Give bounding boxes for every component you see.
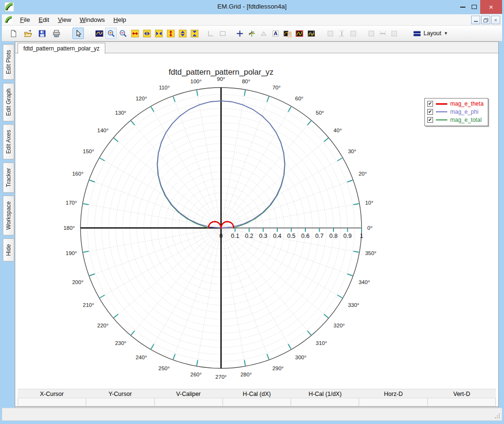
menu-item-edit[interactable]: Edit (34, 15, 53, 25)
legend-checkbox[interactable]: ✔ (427, 117, 433, 123)
pan-y-button[interactable] (177, 28, 188, 39)
svg-text:0.6: 0.6 (301, 233, 309, 239)
sidebar-tab-edit-graph[interactable]: Edit Graph (3, 83, 14, 121)
sidebar-tab-edit-axes[interactable]: Edit Axes (3, 124, 14, 159)
zoom-out-icon (119, 30, 127, 38)
legend-checkbox[interactable]: ✔ (427, 101, 433, 107)
subplot-left-button (324, 28, 336, 39)
cell-value (86, 398, 154, 406)
svg-text:190°: 190° (66, 250, 77, 256)
subplot-end-icon (390, 30, 398, 38)
text-label-button[interactable]: A (270, 28, 281, 39)
axes-corner-icon (207, 30, 215, 38)
caliper-icon (260, 30, 268, 38)
menu-items: FileEditViewWindowsHelp (16, 15, 131, 25)
svg-text:330°: 330° (348, 302, 359, 308)
zoom-out-button[interactable] (117, 28, 129, 39)
svg-text:40°: 40° (333, 128, 342, 133)
legend-label: mag_e_phi (450, 108, 478, 115)
svg-text:90°: 90° (217, 76, 225, 82)
plots-dark-button[interactable] (305, 28, 317, 39)
window-title: EM.Grid - [fdtdlesson4a] (0, 3, 504, 10)
svg-text:20°: 20° (359, 171, 367, 177)
subplot-mid-icon (349, 30, 357, 38)
maximize-button[interactable] (469, 0, 479, 14)
subplot-right-button (365, 28, 377, 39)
cell-value (18, 398, 86, 406)
plot-box-button (217, 28, 228, 39)
expand-x-button[interactable] (129, 28, 141, 39)
new-file-icon (10, 30, 18, 38)
legend-label: mag_e_theta (450, 100, 484, 107)
tracker-button[interactable] (246, 28, 257, 39)
svg-text:150°: 150° (83, 148, 94, 154)
shrink-x-icon (155, 30, 163, 38)
subplot-end-button (388, 28, 400, 39)
minimize-icon (460, 7, 465, 8)
svg-text:280°: 280° (241, 372, 252, 377)
shrink-x-button[interactable] (153, 28, 164, 39)
mdi-restore-icon (484, 18, 488, 22)
zoom-in-button[interactable] (105, 28, 117, 39)
mdi-minimize-icon (474, 21, 478, 22)
chart-title: fdtd_pattern_pattern_polar_yz (169, 68, 273, 77)
svg-text:160°: 160° (72, 171, 83, 177)
maximize-icon (472, 5, 477, 9)
svg-text:0.1: 0.1 (231, 233, 239, 239)
open-file-button[interactable] (22, 28, 33, 39)
plot-list-button[interactable] (282, 28, 293, 39)
titlebar: EM.Grid - [fdtdlesson4a] × (0, 0, 504, 14)
svg-text:300°: 300° (295, 355, 307, 360)
sidebar-tab-edit-plots[interactable]: Edit Plots (3, 44, 14, 80)
zoom-box-button[interactable] (93, 28, 105, 39)
subplot-right-icon (367, 30, 375, 38)
pan-x-icon (143, 30, 151, 38)
minimize-button[interactable] (457, 0, 468, 14)
legend-checkbox[interactable]: ✔ (427, 109, 433, 115)
sidebar-tab-tracker[interactable]: Tracker (3, 162, 14, 193)
mdi-restore-button[interactable] (481, 16, 490, 24)
pointer-button[interactable] (72, 28, 84, 39)
shrink-y-button[interactable] (189, 28, 200, 39)
legend-line-sample (436, 111, 447, 112)
zoom-in-icon (107, 30, 115, 38)
sidebar-tab-hide[interactable]: Hide (3, 238, 14, 262)
new-file-button[interactable] (8, 28, 19, 39)
cell-value (223, 398, 291, 406)
save-icon (38, 30, 46, 38)
close-button[interactable]: × (480, 0, 502, 14)
mdi-minimize-button[interactable] (471, 16, 480, 24)
print-icon (52, 30, 60, 38)
menu-item-help[interactable]: Help (109, 15, 131, 25)
svg-text:230°: 230° (115, 340, 126, 346)
svg-text:320°: 320° (333, 323, 345, 328)
cell-value (428, 398, 496, 406)
pan-y-icon (179, 30, 187, 38)
svg-text:0.5: 0.5 (287, 233, 295, 239)
document-tab[interactable]: fdtd_pattern_pattern_polar_yz (18, 43, 105, 54)
plot-dark-button[interactable] (293, 28, 305, 39)
svg-text:0°: 0° (367, 225, 373, 231)
layout-button[interactable]: Layout▼ (409, 28, 452, 39)
pan-x-button[interactable] (141, 28, 152, 39)
print-button[interactable] (50, 28, 62, 39)
sidebar-tab-workspace[interactable]: Workspace (3, 196, 14, 236)
menu-item-windows[interactable]: Windows (75, 15, 109, 25)
menu-item-view[interactable]: View (53, 15, 75, 25)
svg-text:350°: 350° (365, 250, 376, 256)
resize-grip-icon[interactable] (494, 413, 501, 419)
subplot-left-icon (326, 30, 334, 38)
crosshair-button[interactable] (234, 28, 245, 39)
column-header-h-cal-1-dx-: H-Cal (1/dX) (291, 389, 359, 398)
svg-text:30°: 30° (348, 148, 356, 154)
svg-text:60°: 60° (295, 96, 303, 101)
expand-y-button[interactable] (165, 28, 176, 39)
save-button[interactable] (36, 28, 48, 39)
status-bar (2, 408, 502, 421)
legend-label: mag_e_total (450, 117, 482, 123)
cursor-table-header: X-CursorY-CursorV-CaliperH-Cal (dX)H-Cal… (18, 389, 496, 398)
menu-item-file[interactable]: File (16, 15, 34, 25)
radial-axis-labels: 00.10.20.30.40.50.60.70.80.91 (220, 228, 363, 239)
mdi-close-button[interactable]: × (491, 16, 500, 24)
cursor-table: X-CursorY-CursorV-CaliperH-Cal (dX)H-Cal… (18, 389, 496, 406)
